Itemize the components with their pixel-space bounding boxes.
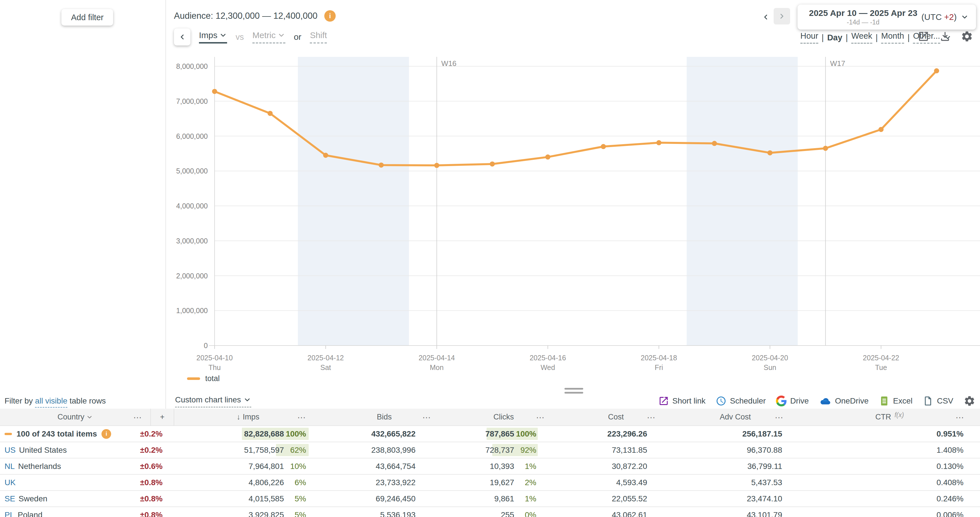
column-menu-icon[interactable]: ⋯ xyxy=(647,412,656,422)
percent-of-total: 5% xyxy=(284,494,306,503)
download-icon[interactable] xyxy=(939,30,951,42)
timezone-offset: +2 xyxy=(944,12,954,22)
info-icon[interactable]: i xyxy=(324,10,336,22)
column-header-bids[interactable]: Bids ⋯ xyxy=(322,408,447,426)
data-point xyxy=(379,163,384,168)
x-axis-tick-dow: Sun xyxy=(764,364,776,372)
country-code-link[interactable]: NL xyxy=(5,462,15,471)
table-row[interactable]: 100 of 243 total itemsi±0.2%82,828,68810… xyxy=(0,426,980,442)
bids-cell: 5,536,193 xyxy=(322,507,447,517)
table-row[interactable]: UK±0.8%4,806,2266%23,733,92219,6272%4,59… xyxy=(0,474,980,491)
data-point xyxy=(712,141,717,146)
x-axis-tick-date: 2025-04-10 xyxy=(196,354,233,362)
info-icon[interactable]: i xyxy=(102,429,111,439)
ctr-cell: 1.408% xyxy=(799,442,980,458)
table-row[interactable]: NLNetherlands±0.6%7,964,80110%43,664,754… xyxy=(0,458,980,474)
sampling-error: ±0.8% xyxy=(140,511,162,517)
country-code-link[interactable]: US xyxy=(5,446,16,455)
separator: | xyxy=(876,33,878,42)
x-axis-tick-date: 2025-04-22 xyxy=(863,354,899,362)
chart-svg[interactable]: W16W1701,000,0002,000,0003,000,0004,000,… xyxy=(165,48,980,418)
adv-cell: 36,799.11 xyxy=(671,458,799,474)
compare-metric-dropdown[interactable]: Metric xyxy=(252,30,285,43)
country-cell[interactable]: 100 of 243 total itemsi±0.2% xyxy=(0,426,174,442)
table-row[interactable]: USUnited States±0.2%51,758,59762%238,803… xyxy=(0,442,980,458)
y-axis-tick: 0 xyxy=(204,341,208,349)
granularity-hour[interactable]: Hour xyxy=(800,31,818,44)
data-point xyxy=(434,163,439,168)
date-range-picker[interactable]: 2025 Apr 10 — 2025 Apr 23 -14d — -1d (UT… xyxy=(797,5,976,30)
chevron-left-icon xyxy=(178,33,186,41)
shift-toggle[interactable]: Shift xyxy=(310,30,327,43)
table-row[interactable]: PLPoland±0.8%3,929,8255%5,536,1932550%43… xyxy=(0,507,980,517)
x-axis-tick-date: 2025-04-20 xyxy=(752,354,788,362)
country-name: Poland xyxy=(18,511,42,517)
all-visible-link[interactable]: all visible xyxy=(35,396,67,408)
table-row[interactable]: SESweden±0.8%4,015,5855%69,246,4509,8611… xyxy=(0,491,980,507)
scheduler-button[interactable]: Scheduler xyxy=(716,396,766,406)
next-date-range-button[interactable] xyxy=(774,8,790,24)
column-header-country[interactable]: Country ⋯ xyxy=(0,408,151,426)
column-header-imps[interactable]: ↓Imps ⋯ xyxy=(174,408,322,426)
column-header-clicks[interactable]: Clicks ⋯ xyxy=(447,408,560,426)
onedrive-button[interactable]: OneDrive xyxy=(819,395,869,407)
country-cell[interactable]: SESweden±0.8% xyxy=(0,491,174,507)
country-name: United States xyxy=(19,446,67,455)
column-menu-icon[interactable]: ⋯ xyxy=(297,412,306,422)
excel-button[interactable]: Excel xyxy=(879,396,912,406)
column-header-ctr[interactable]: CTRf(x) ⋯ xyxy=(799,408,980,426)
add-column-button[interactable]: + xyxy=(151,408,174,426)
imps-cell: 51,758,59762% xyxy=(174,442,322,458)
percent-of-total: 5% xyxy=(284,511,306,517)
data-point xyxy=(490,161,495,167)
country-code-link[interactable]: SE xyxy=(5,494,15,503)
clicks-cell: 2550% xyxy=(447,507,560,517)
y-axis-tick: 3,000,000 xyxy=(176,237,208,245)
add-filter-button[interactable]: Add filter xyxy=(61,9,113,26)
column-menu-icon[interactable]: ⋯ xyxy=(133,412,142,422)
chart-back-button[interactable] xyxy=(174,29,191,46)
sort-desc-icon: ↓ xyxy=(237,413,240,421)
short-link-button[interactable]: Short link xyxy=(658,396,706,406)
adv-cell: 96,370.88 xyxy=(671,442,799,458)
country-cell[interactable]: NLNetherlands±0.6% xyxy=(0,458,174,474)
country-code-link[interactable]: UK xyxy=(5,478,16,487)
ctr-cell: 0.951% xyxy=(799,426,980,442)
date-range-label: 2025 Apr 10 — 2025 Apr 23 xyxy=(805,8,921,18)
country-cell[interactable]: PLPoland±0.8% xyxy=(0,507,174,517)
google-drive-button[interactable]: Drive xyxy=(776,396,808,406)
granularity-month[interactable]: Month xyxy=(881,31,904,44)
country-code-link[interactable]: PL xyxy=(5,511,14,517)
x-axis-tick-date: 2025-04-14 xyxy=(418,354,455,362)
granularity-day[interactable]: Day xyxy=(827,33,842,42)
y-axis-tick: 2,000,000 xyxy=(176,272,208,280)
column-menu-icon[interactable]: ⋯ xyxy=(775,412,784,422)
chart-legend[interactable]: total xyxy=(187,374,220,383)
shift-label: Shift xyxy=(310,30,327,40)
adv-cell: 5,437.53 xyxy=(671,474,799,491)
percent-of-total: 6% xyxy=(284,478,306,487)
custom-chart-lines-dropdown[interactable]: Custom chart lines xyxy=(175,395,251,407)
csv-button[interactable]: CSV xyxy=(923,396,953,406)
granularity-week[interactable]: Week xyxy=(851,31,872,44)
column-header-adv-cost[interactable]: Adv Cost ⋯ xyxy=(671,408,799,426)
column-header-cost[interactable]: Cost ⋯ xyxy=(560,408,671,426)
adv-cell: 43,101.79 xyxy=(671,507,799,517)
table-settings-gear-icon[interactable] xyxy=(964,395,975,407)
resize-drag-handle[interactable] xyxy=(565,388,583,396)
settings-gear-icon[interactable] xyxy=(961,30,973,43)
country-cell[interactable]: USUnited States±0.2% xyxy=(0,442,174,458)
csv-file-icon xyxy=(923,396,933,406)
metric-dropdown[interactable]: Imps xyxy=(199,30,227,43)
excel-file-icon xyxy=(879,396,889,406)
audience-header: Audience: 12,300,000 — 12,400,000 i xyxy=(174,10,336,22)
sampling-error: ±0.8% xyxy=(140,478,162,487)
country-name: Sweden xyxy=(19,494,47,503)
previous-date-range-button[interactable] xyxy=(759,11,772,23)
column-menu-icon[interactable]: ⋯ xyxy=(536,412,545,422)
open-in-new-icon[interactable] xyxy=(918,30,929,42)
column-menu-icon[interactable]: ⋯ xyxy=(956,412,965,422)
column-menu-icon[interactable]: ⋯ xyxy=(422,412,431,422)
country-cell[interactable]: UK±0.8% xyxy=(0,474,174,491)
series-swatch xyxy=(5,433,12,435)
